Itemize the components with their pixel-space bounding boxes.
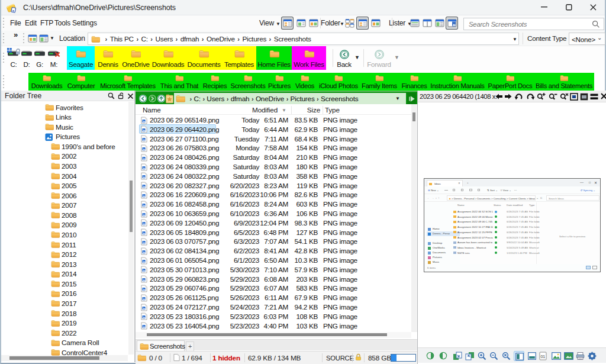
svg-text:01: 01	[540, 355, 545, 359]
